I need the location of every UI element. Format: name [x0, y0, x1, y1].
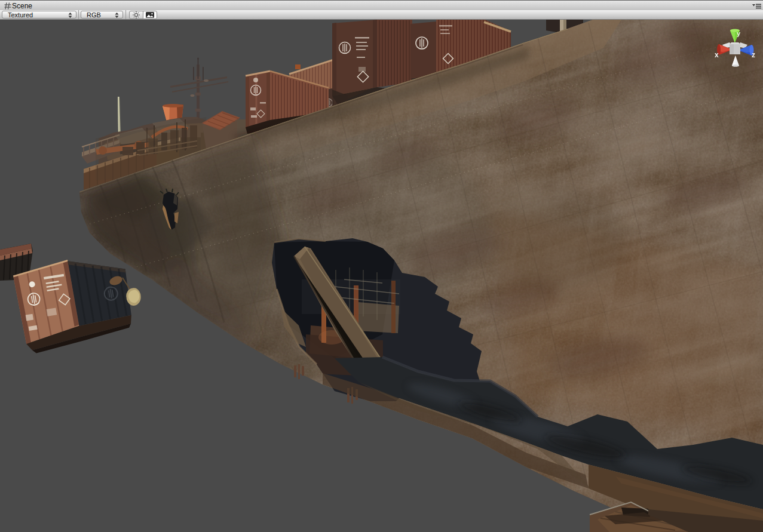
svg-text:x: x: [715, 51, 719, 59]
svg-text:z: z: [752, 51, 755, 59]
svg-text:y: y: [737, 30, 741, 37]
